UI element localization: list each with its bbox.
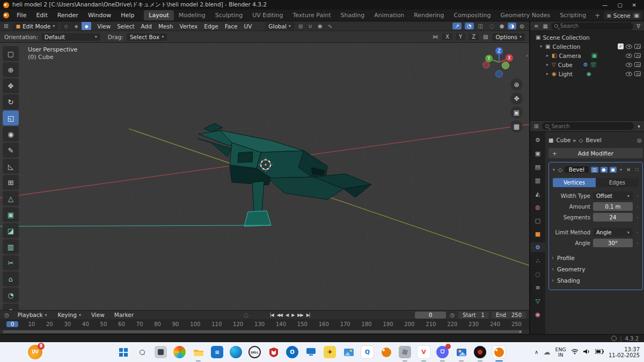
tab-constraints[interactable]: ≡ [531, 283, 544, 292]
snap-grid-icon[interactable]: ▨ [482, 34, 489, 40]
playback-control-button[interactable]: |◀ [270, 313, 274, 317]
properties-editor-icon[interactable]: ⊞ [533, 123, 539, 129]
pivot-icon[interactable]: ◎ [297, 23, 304, 29]
menu-item[interactable]: File [12, 11, 31, 20]
loop-cut-tool[interactable]: ▥ [3, 239, 19, 254]
editor-type-icon[interactable]: ⊞ [3, 23, 9, 29]
workspace-tab[interactable]: Sculpting [210, 10, 247, 20]
workspace-tab[interactable]: Texture Paint [288, 10, 336, 20]
xray-toggle-icon[interactable]: ◫ [477, 23, 484, 29]
weather-widget[interactable]: UV 9 [28, 345, 42, 359]
sidebar-expand-icon[interactable]: ‹ [526, 53, 528, 58]
chevron-down-icon[interactable]: ▾ [636, 123, 641, 129]
tab-world[interactable]: ◍ [531, 202, 544, 212]
overlays-toggle-icon[interactable]: ◔ [465, 23, 474, 29]
playback-menu[interactable]: Playback ▾ [14, 311, 50, 319]
animate-dot-icon[interactable]: · [635, 193, 640, 199]
disable-render-icon[interactable] [634, 44, 641, 49]
outliner-display-icon[interactable]: ▦ [541, 23, 548, 29]
workspace-tab[interactable]: Animation [369, 10, 409, 20]
add-cube-tool[interactable]: ⊞ [3, 175, 19, 190]
outliner-search-input[interactable] [560, 23, 630, 29]
playback-control-button[interactable]: ▶ [291, 313, 294, 317]
modifier-section-row[interactable]: Profile [552, 253, 640, 263]
keying-menu[interactable]: Keying ▾ [55, 311, 84, 319]
viewport-menu-item[interactable]: View [94, 23, 113, 30]
disable-render-icon[interactable] [634, 62, 641, 67]
edges-tab[interactable]: Edges [596, 178, 639, 187]
tab-modifiers[interactable]: ⚙ [530, 242, 545, 252]
vertices-tab[interactable]: Vertices [553, 178, 596, 187]
clock-icon[interactable]: ◷ [3, 312, 10, 318]
current-frame-field[interactable]: 0 [415, 312, 446, 319]
search-icon[interactable] [136, 346, 148, 358]
expand-icon[interactable]: ▸ [545, 71, 550, 76]
add-workspace-button[interactable]: + [591, 12, 604, 19]
copy-scene-icon[interactable]: ▣ [633, 13, 641, 18]
workspace-tab[interactable]: Rendering [409, 10, 449, 20]
camera-view-icon[interactable]: ▣ [510, 106, 523, 119]
scale-tool[interactable]: ◱ [3, 110, 19, 125]
playback-control-button[interactable]: ▶▶ [297, 313, 303, 317]
tab-collection[interactable]: ▢ [531, 216, 544, 225]
timeline-scrollbar[interactable] [0, 329, 529, 334]
transform-tool[interactable]: ◉ [3, 127, 19, 142]
workspace-tab[interactable]: Compositing [449, 10, 496, 20]
collapse-icon[interactable]: ▾ [552, 167, 556, 172]
breadcrumb-modifier[interactable]: Bevel [586, 137, 602, 143]
viewport-menu-item[interactable]: Vertex [177, 23, 201, 30]
edge-select-button[interactable]: ◈ [71, 22, 81, 30]
limit-method-dropdown[interactable]: Angle ▾ [593, 228, 633, 237]
mode-dropdown[interactable]: ■ Edit Mode ▾ [12, 23, 58, 30]
close-button[interactable]: ✕ [632, 2, 636, 8]
start-button-icon[interactable] [117, 346, 129, 358]
snap-magnet-icon[interactable]: ∪ [308, 23, 313, 29]
viewport-menu-item[interactable]: Mesh [156, 23, 176, 30]
tab-output[interactable]: ▤ [531, 162, 544, 172]
frame-start-field[interactable]: Start 1 [458, 312, 489, 319]
disable-render-icon[interactable] [634, 53, 641, 58]
roblox-studio-icon[interactable] [399, 346, 411, 358]
pin-icon[interactable]: ◎ [636, 137, 643, 143]
face-select-button[interactable]: ◆ [82, 22, 91, 30]
edit-mode-display-toggle[interactable]: ◫ [591, 167, 598, 173]
poly-build-tool[interactable]: ⌂ [3, 271, 19, 286]
close-modifier-icon[interactable]: ✕ [625, 167, 632, 173]
blender-app-icon[interactable] [380, 346, 392, 358]
workspace-tab[interactable]: Geometry Nodes [495, 10, 555, 20]
orientation-dropdown[interactable]: Global ▾ [265, 23, 294, 30]
menu-item[interactable]: Help [116, 11, 138, 20]
discord-icon[interactable]: ᗜ [436, 346, 449, 358]
autokey-icon[interactable]: ◌ [243, 312, 250, 318]
extras-menu-icon[interactable]: ▾ [619, 167, 623, 172]
playback-control-button[interactable]: ◀◀ [277, 313, 282, 317]
scene-collection-row[interactable]: ▣ Scene Collection [531, 33, 643, 42]
options-dropdown[interactable]: Options ▾ [492, 33, 525, 41]
hide-eye-icon[interactable] [626, 54, 632, 58]
tab-tool[interactable]: ⚙ [531, 135, 544, 145]
rendered-shading-button[interactable]: ◍ [517, 23, 526, 29]
photos-icon[interactable] [342, 346, 355, 358]
blender-menu-icon[interactable] [3, 12, 9, 18]
timeline-marker-menu[interactable]: Marker [112, 311, 136, 319]
workspace-tab[interactable]: Scripting [555, 10, 591, 20]
angle-field[interactable]: 30° [593, 239, 633, 247]
vertex-select-button[interactable]: ◇ [61, 22, 71, 30]
maximize-button[interactable]: ▢ [617, 2, 622, 8]
obs-record-icon[interactable] [474, 346, 486, 358]
pan-hand-icon[interactable]: ✥ [510, 92, 523, 105]
menu-item[interactable]: Render [53, 11, 83, 20]
cube-row[interactable]: ▸ ▽ Cube ⚙ ▽ [531, 60, 643, 69]
minimize-button[interactable]: — [602, 2, 608, 8]
hide-eye-icon[interactable] [626, 63, 632, 67]
annotate-tool[interactable]: ✎ [3, 143, 19, 158]
hide-eye-icon[interactable] [626, 72, 632, 76]
add-modifier-button[interactable]: + Add Modifier [548, 148, 643, 158]
drag-mode-dropdown[interactable]: Select Box ▾ [127, 33, 167, 41]
animate-dot-icon[interactable]: · [635, 203, 640, 210]
collection-row[interactable]: ▾ ▣ Collection ✓ [531, 42, 643, 51]
scrollbar-thumb[interactable] [3, 330, 519, 333]
workspace-tab[interactable]: Layout [144, 10, 173, 20]
tab-material[interactable]: ◉ [531, 309, 544, 319]
light-row[interactable]: ▸ ◉ Light ◉ [531, 69, 643, 78]
